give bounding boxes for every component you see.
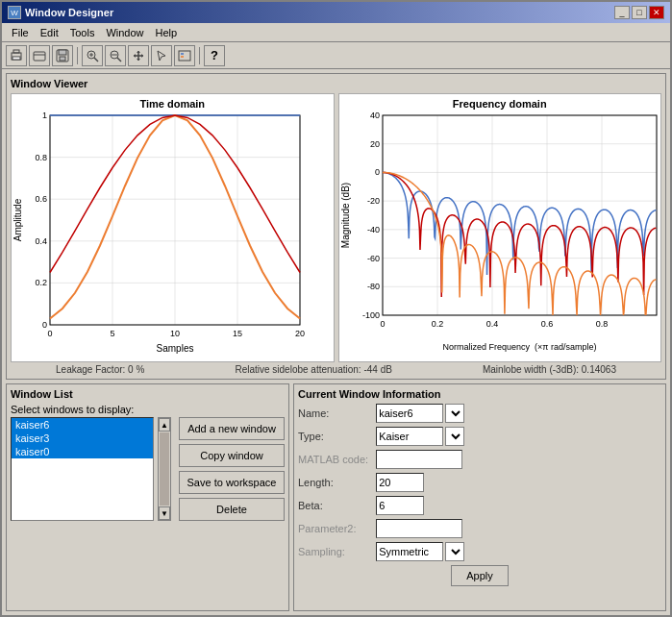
toolbar-data-cursor[interactable] xyxy=(151,45,172,66)
list-item-kaiser3[interactable]: kaiser3 xyxy=(12,432,153,445)
toolbar-zoom-in[interactable] xyxy=(82,45,103,66)
name-select[interactable]: ▼ xyxy=(445,404,464,423)
menu-file[interactable]: File xyxy=(6,26,35,39)
title-bar: W Window Designer _ □ ✕ xyxy=(2,2,670,23)
time-domain-chart: Time domain xyxy=(11,93,335,362)
leakage-info: Leakage Factor: 0 % xyxy=(56,364,144,375)
toolbar-insert-legend[interactable] xyxy=(174,45,195,66)
frequency-domain-chart: Frequency domain xyxy=(338,93,662,362)
name-input[interactable] xyxy=(376,404,443,423)
maximize-button[interactable]: □ xyxy=(632,6,647,19)
chart-info: Leakage Factor: 0 % Relative sidelobe at… xyxy=(11,364,661,375)
window-viewer-panel: Window Viewer Time domain Frequency doma… xyxy=(6,73,666,380)
info-grid: Name: ▼ Type: ▼ MATLAB code: Length: Bet xyxy=(298,404,661,561)
time-domain-title: Time domain xyxy=(12,98,334,110)
beta-input[interactable] xyxy=(376,496,424,515)
list-item-kaiser6[interactable]: kaiser6 xyxy=(12,418,153,432)
main-content: Window Viewer Time domain Frequency doma… xyxy=(2,69,670,615)
menu-window[interactable]: Window xyxy=(100,26,149,39)
toolbar-save[interactable] xyxy=(52,45,73,66)
window-viewer-title: Window Viewer xyxy=(11,78,661,89)
frequency-domain-title: Frequency domain xyxy=(339,98,661,110)
menu-bar: File Edit Tools Window Help xyxy=(2,23,670,42)
copy-window-button[interactable]: Copy window xyxy=(179,444,285,467)
param2-label: Parameter2: xyxy=(298,523,368,534)
svg-rect-1 xyxy=(13,50,19,53)
window-list-box[interactable]: kaiser6 kaiser3 kaiser0 xyxy=(12,418,153,520)
current-window-title: Current Window Information xyxy=(298,388,661,400)
apply-button[interactable]: Apply xyxy=(451,565,509,586)
toolbar-open[interactable] xyxy=(29,45,50,66)
close-button[interactable]: ✕ xyxy=(649,6,664,19)
mainlobe-info: Mainlobe width (-3dB): 0.14063 xyxy=(483,364,616,375)
menu-tools[interactable]: Tools xyxy=(64,26,101,39)
select-label: Select windows to display: xyxy=(11,404,285,415)
matlab-label: MATLAB code: xyxy=(298,454,368,465)
svg-line-8 xyxy=(94,58,98,62)
sampling-select[interactable]: ▼ xyxy=(445,542,464,561)
toolbar-help[interactable]: ? xyxy=(204,45,225,66)
list-item-kaiser0[interactable]: kaiser0 xyxy=(12,445,153,458)
toolbar-pan[interactable] xyxy=(128,45,149,66)
window-list-content: kaiser6 kaiser3 kaiser0 ▲ ▼ Add a new wi… xyxy=(11,417,285,521)
length-label: Length: xyxy=(298,477,368,488)
window-title: Window Designer xyxy=(25,7,113,18)
type-select[interactable]: ▼ xyxy=(445,427,464,446)
delete-button[interactable]: Delete xyxy=(179,498,285,521)
window-list-title: Window List xyxy=(11,388,285,400)
current-window-panel: Current Window Information Name: ▼ Type:… xyxy=(293,383,666,611)
scroll-thumb[interactable] xyxy=(160,432,169,506)
svg-rect-3 xyxy=(34,52,45,61)
save-workspace-button[interactable]: Save to workspace xyxy=(179,471,285,494)
minimize-button[interactable]: _ xyxy=(614,6,630,19)
list-buttons: Add a new window Copy window Save to wor… xyxy=(175,417,285,521)
sidelobe-info: Relative sidelobe attenuation: -44 dB xyxy=(235,364,391,375)
app-icon: W xyxy=(8,6,21,19)
toolbar-print[interactable] xyxy=(6,45,27,66)
toolbar-zoom-out[interactable] xyxy=(105,45,126,66)
scroll-up-arrow[interactable]: ▲ xyxy=(159,418,170,432)
bottom-panels: Window List Select windows to display: k… xyxy=(6,383,666,611)
type-input[interactable] xyxy=(376,427,443,446)
sampling-label: Sampling: xyxy=(298,546,368,557)
list-scrollbar[interactable]: ▲ ▼ xyxy=(158,417,171,521)
param2-input[interactable] xyxy=(376,519,462,538)
beta-label: Beta: xyxy=(298,500,368,511)
type-label: Type: xyxy=(298,431,368,442)
matlab-input[interactable] xyxy=(376,450,462,469)
svg-rect-14 xyxy=(179,51,190,61)
sampling-input[interactable] xyxy=(376,542,443,561)
menu-help[interactable]: Help xyxy=(150,26,184,39)
scroll-down-arrow[interactable]: ▼ xyxy=(159,506,170,520)
window-frame: W Window Designer _ □ ✕ File Edit Tools … xyxy=(0,0,672,617)
menu-edit[interactable]: Edit xyxy=(35,26,64,39)
length-input[interactable] xyxy=(376,473,424,492)
svg-line-12 xyxy=(117,58,121,62)
svg-rect-6 xyxy=(60,57,65,61)
svg-rect-2 xyxy=(12,57,20,60)
svg-rect-5 xyxy=(59,50,66,55)
charts-area: Time domain Frequency domain xyxy=(11,93,661,362)
name-label: Name: xyxy=(298,407,368,419)
toolbar: ? xyxy=(2,42,670,69)
add-window-button[interactable]: Add a new window xyxy=(179,417,285,440)
window-list-panel: Window List Select windows to display: k… xyxy=(6,383,289,611)
